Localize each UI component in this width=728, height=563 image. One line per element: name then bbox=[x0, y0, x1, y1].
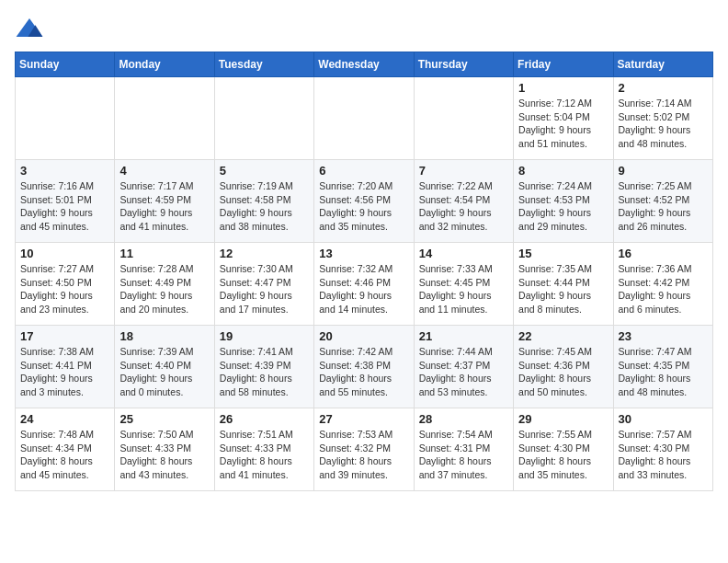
day-number: 5 bbox=[220, 164, 309, 178]
calendar-header-row: SundayMondayTuesdayWednesdayThursdayFrid… bbox=[16, 52, 713, 77]
calendar-cell bbox=[414, 77, 513, 160]
page-header bbox=[15, 15, 713, 44]
calendar-cell: 20Sunrise: 7:42 AM Sunset: 4:38 PM Dayli… bbox=[314, 326, 414, 408]
day-info: Sunrise: 7:48 AM Sunset: 4:34 PM Dayligh… bbox=[20, 428, 109, 482]
day-header-thursday: Thursday bbox=[414, 52, 513, 77]
day-header-saturday: Saturday bbox=[613, 52, 712, 77]
day-number: 24 bbox=[20, 412, 109, 426]
calendar-cell bbox=[314, 77, 414, 160]
calendar-week-2: 3Sunrise: 7:16 AM Sunset: 5:01 PM Daylig… bbox=[16, 160, 713, 243]
day-number: 18 bbox=[119, 329, 209, 343]
day-info: Sunrise: 7:28 AM Sunset: 4:49 PM Dayligh… bbox=[119, 262, 209, 316]
day-number: 7 bbox=[419, 164, 508, 178]
day-number: 22 bbox=[518, 329, 608, 343]
day-number: 27 bbox=[319, 412, 408, 426]
calendar-cell: 3Sunrise: 7:16 AM Sunset: 5:01 PM Daylig… bbox=[16, 160, 115, 243]
day-info: Sunrise: 7:14 AM Sunset: 5:02 PM Dayligh… bbox=[619, 97, 708, 151]
day-number: 14 bbox=[419, 247, 508, 260]
calendar-cell: 5Sunrise: 7:19 AM Sunset: 4:58 PM Daylig… bbox=[214, 160, 313, 243]
calendar-cell: 26Sunrise: 7:51 AM Sunset: 4:33 PM Dayli… bbox=[214, 408, 313, 491]
calendar-cell: 23Sunrise: 7:47 AM Sunset: 4:35 PM Dayli… bbox=[613, 326, 712, 408]
calendar-cell: 27Sunrise: 7:53 AM Sunset: 4:32 PM Dayli… bbox=[314, 408, 414, 491]
day-info: Sunrise: 7:30 AM Sunset: 4:47 PM Dayligh… bbox=[220, 262, 309, 316]
calendar-week-1: 1Sunrise: 7:12 AM Sunset: 5:04 PM Daylig… bbox=[16, 77, 713, 160]
day-number: 6 bbox=[319, 164, 408, 178]
logo bbox=[15, 15, 48, 44]
day-number: 4 bbox=[119, 164, 209, 178]
day-info: Sunrise: 7:27 AM Sunset: 4:50 PM Dayligh… bbox=[20, 262, 109, 316]
calendar-cell: 14Sunrise: 7:33 AM Sunset: 4:45 PM Dayli… bbox=[414, 243, 513, 326]
calendar-cell: 1Sunrise: 7:12 AM Sunset: 5:04 PM Daylig… bbox=[514, 77, 613, 160]
day-header-wednesday: Wednesday bbox=[314, 52, 414, 77]
day-info: Sunrise: 7:12 AM Sunset: 5:04 PM Dayligh… bbox=[518, 97, 608, 151]
calendar-week-5: 24Sunrise: 7:48 AM Sunset: 4:34 PM Dayli… bbox=[16, 408, 713, 491]
day-number: 25 bbox=[119, 412, 209, 426]
day-info: Sunrise: 7:47 AM Sunset: 4:35 PM Dayligh… bbox=[619, 345, 708, 399]
calendar-cell: 24Sunrise: 7:48 AM Sunset: 4:34 PM Dayli… bbox=[16, 408, 115, 491]
day-number: 1 bbox=[518, 81, 608, 95]
day-number: 21 bbox=[419, 329, 508, 343]
day-info: Sunrise: 7:39 AM Sunset: 4:40 PM Dayligh… bbox=[119, 345, 209, 399]
day-number: 28 bbox=[419, 412, 508, 426]
day-info: Sunrise: 7:32 AM Sunset: 4:46 PM Dayligh… bbox=[319, 262, 408, 316]
calendar-cell: 10Sunrise: 7:27 AM Sunset: 4:50 PM Dayli… bbox=[16, 243, 115, 326]
calendar-week-4: 17Sunrise: 7:38 AM Sunset: 4:41 PM Dayli… bbox=[16, 326, 713, 408]
day-info: Sunrise: 7:41 AM Sunset: 4:39 PM Dayligh… bbox=[220, 345, 309, 399]
day-number: 12 bbox=[220, 247, 309, 260]
day-info: Sunrise: 7:42 AM Sunset: 4:38 PM Dayligh… bbox=[319, 345, 408, 399]
day-info: Sunrise: 7:54 AM Sunset: 4:31 PM Dayligh… bbox=[419, 428, 508, 482]
day-number: 23 bbox=[619, 329, 708, 343]
day-number: 3 bbox=[20, 164, 109, 178]
day-info: Sunrise: 7:57 AM Sunset: 4:30 PM Dayligh… bbox=[619, 428, 708, 482]
day-number: 13 bbox=[319, 247, 408, 260]
calendar-cell: 28Sunrise: 7:54 AM Sunset: 4:31 PM Dayli… bbox=[414, 408, 513, 491]
calendar-cell: 6Sunrise: 7:20 AM Sunset: 4:56 PM Daylig… bbox=[314, 160, 414, 243]
day-header-sunday: Sunday bbox=[16, 52, 115, 77]
day-info: Sunrise: 7:19 AM Sunset: 4:58 PM Dayligh… bbox=[220, 179, 309, 234]
calendar-cell: 16Sunrise: 7:36 AM Sunset: 4:42 PM Dayli… bbox=[613, 243, 712, 326]
day-number: 29 bbox=[518, 412, 608, 426]
day-info: Sunrise: 7:44 AM Sunset: 4:37 PM Dayligh… bbox=[419, 345, 508, 399]
day-number: 30 bbox=[619, 412, 708, 426]
day-number: 17 bbox=[20, 329, 109, 343]
day-number: 16 bbox=[619, 247, 708, 260]
day-number: 9 bbox=[619, 164, 708, 178]
calendar-cell: 19Sunrise: 7:41 AM Sunset: 4:39 PM Dayli… bbox=[214, 326, 313, 408]
calendar-cell: 4Sunrise: 7:17 AM Sunset: 4:59 PM Daylig… bbox=[115, 160, 214, 243]
day-info: Sunrise: 7:25 AM Sunset: 4:52 PM Dayligh… bbox=[619, 179, 708, 234]
day-info: Sunrise: 7:24 AM Sunset: 4:53 PM Dayligh… bbox=[518, 179, 608, 234]
day-header-monday: Monday bbox=[115, 52, 214, 77]
day-header-friday: Friday bbox=[514, 52, 613, 77]
day-info: Sunrise: 7:16 AM Sunset: 5:01 PM Dayligh… bbox=[20, 179, 109, 234]
calendar-cell bbox=[115, 77, 214, 160]
day-number: 8 bbox=[518, 164, 608, 178]
calendar-cell: 12Sunrise: 7:30 AM Sunset: 4:47 PM Dayli… bbox=[214, 243, 313, 326]
day-info: Sunrise: 7:53 AM Sunset: 4:32 PM Dayligh… bbox=[319, 428, 408, 482]
day-info: Sunrise: 7:20 AM Sunset: 4:56 PM Dayligh… bbox=[319, 179, 408, 234]
calendar-cell: 25Sunrise: 7:50 AM Sunset: 4:33 PM Dayli… bbox=[115, 408, 214, 491]
day-info: Sunrise: 7:51 AM Sunset: 4:33 PM Dayligh… bbox=[220, 428, 309, 482]
calendar-cell: 13Sunrise: 7:32 AM Sunset: 4:46 PM Dayli… bbox=[314, 243, 414, 326]
day-info: Sunrise: 7:45 AM Sunset: 4:36 PM Dayligh… bbox=[518, 345, 608, 399]
logo-icon bbox=[15, 15, 44, 44]
calendar-cell: 9Sunrise: 7:25 AM Sunset: 4:52 PM Daylig… bbox=[613, 160, 712, 243]
day-info: Sunrise: 7:36 AM Sunset: 4:42 PM Dayligh… bbox=[619, 262, 708, 316]
day-info: Sunrise: 7:50 AM Sunset: 4:33 PM Dayligh… bbox=[119, 428, 209, 482]
calendar-cell: 17Sunrise: 7:38 AM Sunset: 4:41 PM Dayli… bbox=[16, 326, 115, 408]
day-number: 10 bbox=[20, 247, 109, 260]
calendar-cell: 7Sunrise: 7:22 AM Sunset: 4:54 PM Daylig… bbox=[414, 160, 513, 243]
calendar-cell bbox=[214, 77, 313, 160]
calendar-cell: 18Sunrise: 7:39 AM Sunset: 4:40 PM Dayli… bbox=[115, 326, 214, 408]
day-info: Sunrise: 7:33 AM Sunset: 4:45 PM Dayligh… bbox=[419, 262, 508, 316]
calendar: SundayMondayTuesdayWednesdayThursdayFrid… bbox=[15, 52, 713, 491]
day-info: Sunrise: 7:35 AM Sunset: 4:44 PM Dayligh… bbox=[518, 262, 608, 316]
calendar-cell: 21Sunrise: 7:44 AM Sunset: 4:37 PM Dayli… bbox=[414, 326, 513, 408]
day-number: 2 bbox=[619, 81, 708, 95]
day-number: 20 bbox=[319, 329, 408, 343]
calendar-cell: 11Sunrise: 7:28 AM Sunset: 4:49 PM Dayli… bbox=[115, 243, 214, 326]
calendar-cell: 30Sunrise: 7:57 AM Sunset: 4:30 PM Dayli… bbox=[613, 408, 712, 491]
day-header-tuesday: Tuesday bbox=[214, 52, 313, 77]
day-info: Sunrise: 7:55 AM Sunset: 4:30 PM Dayligh… bbox=[518, 428, 608, 482]
calendar-cell bbox=[16, 77, 115, 160]
day-number: 19 bbox=[220, 329, 309, 343]
